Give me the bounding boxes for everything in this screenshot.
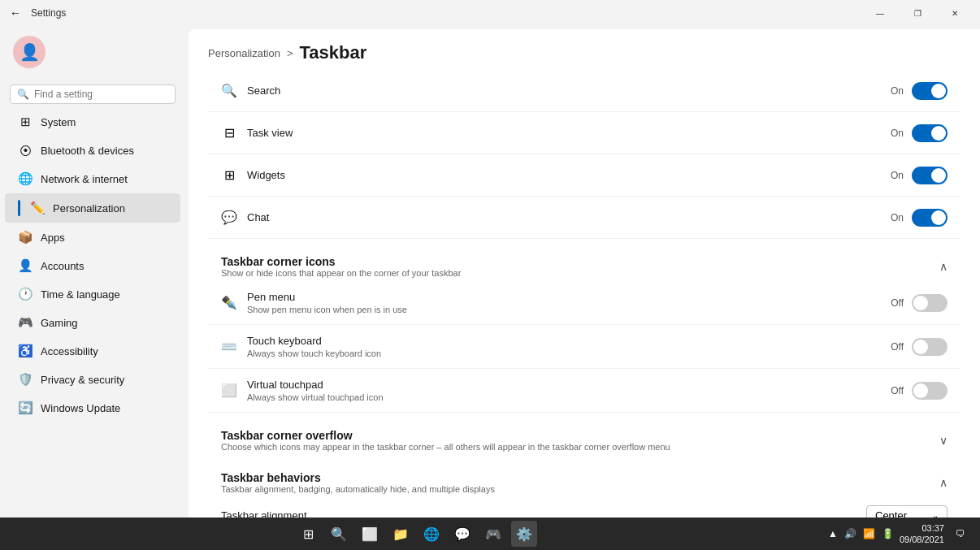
behaviors-title-wrap: Taskbar behaviors Taskbar alignment, bad… bbox=[221, 471, 495, 494]
behaviors-title: Taskbar behaviors bbox=[221, 471, 495, 484]
sidebar-item-accounts[interactable]: 👤 Accounts bbox=[5, 252, 180, 279]
behaviors-collapse-btn[interactable]: ∧ bbox=[939, 476, 947, 489]
taskbar-item-toggle-taskview[interactable] bbox=[912, 124, 947, 142]
nav-label-privacy: Privacy & security bbox=[41, 374, 124, 386]
nav-icon-privacy: 🛡️ bbox=[18, 372, 33, 387]
corner-icon-status-touch-keyboard: Off bbox=[891, 341, 904, 353]
sidebar-item-accessibility[interactable]: ♿ Accessibility bbox=[5, 337, 180, 365]
taskbar-notification-icon[interactable]: 🗨 bbox=[947, 521, 973, 547]
nav-label-personalization: Personalization bbox=[53, 202, 125, 214]
nav-label-accessibility: Accessibility bbox=[41, 345, 98, 357]
sidebar-item-update[interactable]: 🔄 Windows Update bbox=[5, 394, 180, 422]
nav-label-time: Time & language bbox=[41, 288, 120, 301]
sidebar-item-privacy[interactable]: 🛡️ Privacy & security bbox=[5, 366, 180, 393]
breadcrumb: Personalization > Taskbar bbox=[189, 29, 980, 70]
corner-icon-toggle-virtual-touchpad[interactable] bbox=[912, 382, 947, 400]
taskbar-item-left-search: 🔍 Search bbox=[221, 83, 280, 99]
search-input[interactable] bbox=[34, 89, 168, 100]
nav-label-system: System bbox=[41, 116, 76, 128]
taskbar-item-toggle-chat[interactable] bbox=[912, 209, 947, 227]
nav-icon-accounts: 👤 bbox=[18, 258, 33, 273]
corner-icon-toggle-pen-menu[interactable] bbox=[912, 294, 947, 312]
corner-overflow-sub: Choose which icons may appear in the tas… bbox=[221, 442, 670, 452]
corner-icon-title-touch-keyboard: Touch keyboard bbox=[247, 335, 381, 347]
corner-overflow-collapse-btn[interactable]: ∨ bbox=[939, 434, 947, 447]
alignment-select[interactable]: Center ⌄ bbox=[866, 505, 947, 518]
taskbar-battery-icon[interactable]: 🔋 bbox=[879, 526, 896, 541]
minimize-button[interactable]: — bbox=[861, 0, 899, 26]
taskbar-item-right-widgets: On bbox=[891, 167, 947, 184]
sidebar-item-network[interactable]: 🌐 Network & internet bbox=[5, 165, 180, 193]
user-profile[interactable]: 👤 bbox=[0, 26, 185, 78]
taskbar-search-icon[interactable]: 🔍 bbox=[326, 521, 352, 547]
corner-icon-sub-touch-keyboard: Always show touch keyboard icon bbox=[247, 349, 381, 358]
taskbar-start-icon[interactable]: ⊞ bbox=[295, 521, 321, 547]
maximize-button[interactable]: ❐ bbox=[899, 0, 936, 26]
corner-icon-text-touch-keyboard: Touch keyboard Always show touch keyboar… bbox=[247, 335, 381, 358]
taskbar-taskview-icon[interactable]: ⬜ bbox=[357, 521, 383, 547]
corner-icon-title-virtual-touchpad: Virtual touchpad bbox=[247, 379, 384, 391]
taskbar-settings-active-icon[interactable]: ⚙️ bbox=[511, 521, 537, 547]
active-indicator bbox=[18, 200, 20, 216]
corner-icons-section-header: Taskbar corner icons Show or hide icons … bbox=[208, 245, 960, 281]
breadcrumb-parent[interactable]: Personalization bbox=[208, 47, 280, 59]
taskbar-item-toggle-widgets[interactable] bbox=[912, 167, 947, 184]
breadcrumb-current: Taskbar bbox=[299, 42, 366, 63]
sidebar-item-system[interactable]: ⊞ System bbox=[5, 108, 180, 136]
taskbar-item-title-chat: Chat bbox=[247, 211, 269, 223]
corner-icon-status-pen-menu: Off bbox=[891, 297, 904, 309]
taskbar-network-icon[interactable]: 📶 bbox=[861, 526, 878, 541]
taskbar-time-text: 03:37 bbox=[900, 522, 944, 534]
corner-icon-right-touch-keyboard: Off bbox=[891, 338, 947, 356]
taskbar-volume-icon[interactable]: 🔊 bbox=[842, 526, 859, 541]
taskbar-item-right-taskview: On bbox=[891, 124, 947, 142]
sidebar-item-time[interactable]: 🕐 Time & language bbox=[5, 280, 180, 308]
sidebar-item-bluetooth[interactable]: ⦿ Bluetooth & devices bbox=[5, 136, 180, 164]
taskbar-item-status-chat: On bbox=[891, 212, 904, 223]
taskbar-item-title-widgets: Widgets bbox=[247, 169, 285, 181]
breadcrumb-arrow: > bbox=[287, 47, 293, 59]
sidebar-item-gaming[interactable]: 🎮 Gaming bbox=[5, 309, 180, 336]
sidebar-nav: ⊞ System⦿ Bluetooth & devices🌐 Network &… bbox=[0, 107, 185, 511]
taskbar-browser-icon[interactable]: 🌐 bbox=[418, 521, 444, 547]
nav-icon-system: ⊞ bbox=[18, 115, 33, 129]
taskbar-sys-icons: ▲ 🔊 📶 🔋 bbox=[826, 526, 896, 541]
sidebar: 👤 🔍 ⊞ System⦿ Bluetooth & devices🌐 Netwo… bbox=[0, 26, 185, 518]
app-body: 👤 🔍 ⊞ System⦿ Bluetooth & devices🌐 Netwo… bbox=[0, 26, 980, 518]
toggle-knob-taskview bbox=[931, 126, 946, 141]
nav-label-gaming: Gaming bbox=[41, 317, 78, 329]
title-text: Settings bbox=[31, 7, 66, 19]
alignment-row: Taskbar alignment Center ⌄ Left Center bbox=[208, 497, 960, 518]
taskbar-chat-icon[interactable]: 💬 bbox=[449, 521, 475, 547]
nav-icon-gaming: 🎮 bbox=[18, 315, 33, 330]
corner-icon-toggle-touch-keyboard[interactable] bbox=[912, 338, 947, 356]
taskbar-files-icon[interactable]: 📁 bbox=[388, 521, 414, 547]
corner-icons-collapse-btn[interactable]: ∧ bbox=[939, 260, 947, 273]
corner-icon-icon-virtual-touchpad: ⬜ bbox=[221, 383, 237, 399]
corner-icon-left-touch-keyboard: ⌨️ Touch keyboard Always show touch keyb… bbox=[221, 335, 381, 358]
taskbar-overflow-icon[interactable]: ▲ bbox=[826, 526, 840, 541]
nav-label-update: Windows Update bbox=[41, 402, 120, 414]
taskbar-item-status-widgets: On bbox=[891, 170, 904, 181]
corner-icon-text-virtual-touchpad: Virtual touchpad Always show virtual tou… bbox=[247, 379, 384, 402]
sidebar-item-apps[interactable]: 📦 Apps bbox=[5, 223, 180, 251]
taskbar-item-right-chat: On bbox=[891, 209, 947, 227]
taskbar-item-toggle-search[interactable] bbox=[912, 82, 947, 100]
sidebar-item-personalization[interactable]: ✏️ Personalization bbox=[5, 193, 180, 223]
corner-icon-sub-pen-menu: Show pen menu icon when pen is in use bbox=[247, 305, 407, 314]
close-button[interactable]: ✕ bbox=[936, 0, 973, 26]
taskbar-item-text-search: Search bbox=[247, 84, 280, 97]
title-bar-controls: — ❐ ✕ bbox=[861, 0, 973, 26]
search-box[interactable]: 🔍 bbox=[10, 84, 176, 104]
avatar: 👤 bbox=[13, 36, 46, 68]
nav-icon-accessibility: ♿ bbox=[18, 344, 33, 358]
nav-icon-personalization: ✏️ bbox=[30, 201, 45, 215]
taskbar-clock[interactable]: 03:37 09/08/2021 bbox=[900, 522, 944, 546]
back-icon[interactable]: ← bbox=[7, 3, 24, 23]
corner-icons-items: ✒️ Pen menu Show pen menu icon when pen … bbox=[208, 281, 960, 413]
corner-icon-title-pen-menu: Pen menu bbox=[247, 291, 407, 303]
toggle-knob-chat bbox=[931, 210, 946, 225]
taskbar-item-title-taskview: Task view bbox=[247, 127, 293, 139]
taskbar-item-status-search: On bbox=[891, 85, 904, 97]
taskbar-store-icon[interactable]: 🎮 bbox=[480, 521, 506, 547]
